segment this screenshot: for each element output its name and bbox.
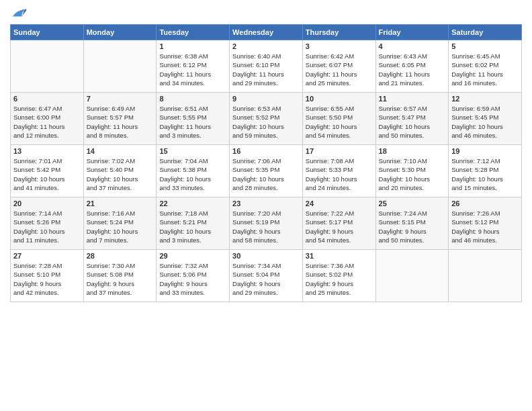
- day-info: Sunrise: 6:45 AM Sunset: 6:02 PM Dayligh…: [451, 52, 519, 87]
- day-info: Sunrise: 7:12 AM Sunset: 5:28 PM Dayligh…: [451, 156, 519, 192]
- day-info: Sunrise: 7:34 AM Sunset: 5:04 PM Dayligh…: [232, 261, 300, 297]
- weekday-header: Tuesday: [157, 25, 230, 40]
- calendar-cell: 3Sunrise: 6:42 AM Sunset: 6:07 PM Daylig…: [302, 40, 375, 93]
- day-info: Sunrise: 6:42 AM Sunset: 6:07 PM Dayligh…: [306, 52, 373, 87]
- day-number: 7: [87, 95, 154, 103]
- calendar-cell: 26Sunrise: 7:26 AM Sunset: 5:12 PM Dayli…: [449, 197, 522, 250]
- calendar-cell: 25Sunrise: 7:24 AM Sunset: 5:15 PM Dayli…: [375, 197, 449, 250]
- logo-bird-icon: [11, 7, 28, 19]
- calendar-cell: 5Sunrise: 6:45 AM Sunset: 6:02 PM Daylig…: [449, 40, 522, 93]
- day-number: 28: [87, 252, 154, 260]
- day-number: 21: [87, 199, 154, 208]
- calendar-cell: 28Sunrise: 7:30 AM Sunset: 5:08 PM Dayli…: [83, 250, 157, 302]
- day-number: 9: [232, 95, 300, 103]
- day-number: 5: [451, 42, 519, 50]
- calendar-cell: 31Sunrise: 7:36 AM Sunset: 5:02 PM Dayli…: [302, 250, 375, 302]
- weekday-header: Monday: [83, 25, 157, 40]
- day-number: 23: [232, 199, 300, 208]
- day-info: Sunrise: 7:36 AM Sunset: 5:02 PM Dayligh…: [306, 261, 373, 297]
- day-number: 13: [13, 147, 81, 155]
- day-number: 3: [306, 42, 373, 50]
- day-info: Sunrise: 7:22 AM Sunset: 5:17 PM Dayligh…: [306, 209, 373, 244]
- day-number: 25: [379, 199, 446, 208]
- day-info: Sunrise: 7:24 AM Sunset: 5:15 PM Dayligh…: [379, 209, 446, 244]
- calendar-cell: [83, 40, 157, 93]
- day-info: Sunrise: 6:55 AM Sunset: 5:50 PM Dayligh…: [306, 104, 373, 140]
- day-info: Sunrise: 6:47 AM Sunset: 6:00 PM Dayligh…: [13, 104, 81, 140]
- calendar-week-row: 6Sunrise: 6:47 AM Sunset: 6:00 PM Daylig…: [11, 93, 522, 145]
- calendar-cell: 15Sunrise: 7:04 AM Sunset: 5:38 PM Dayli…: [157, 145, 230, 197]
- calendar-cell: 19Sunrise: 7:12 AM Sunset: 5:28 PM Dayli…: [449, 145, 522, 197]
- day-number: 30: [232, 252, 300, 260]
- calendar-cell: 2Sunrise: 6:40 AM Sunset: 6:10 PM Daylig…: [230, 40, 303, 93]
- calendar-cell: 29Sunrise: 7:32 AM Sunset: 5:06 PM Dayli…: [157, 250, 230, 302]
- day-info: Sunrise: 7:20 AM Sunset: 5:19 PM Dayligh…: [232, 209, 300, 244]
- day-number: 16: [232, 147, 300, 155]
- day-number: 22: [159, 199, 226, 208]
- day-info: Sunrise: 6:51 AM Sunset: 5:55 PM Dayligh…: [159, 104, 226, 140]
- calendar-cell: 6Sunrise: 6:47 AM Sunset: 6:00 PM Daylig…: [11, 93, 84, 145]
- calendar-cell: 16Sunrise: 7:06 AM Sunset: 5:35 PM Dayli…: [230, 145, 303, 197]
- calendar-cell: 7Sunrise: 6:49 AM Sunset: 5:57 PM Daylig…: [83, 93, 157, 145]
- calendar-cell: [449, 250, 522, 302]
- logo: [10, 7, 28, 19]
- calendar-cell: 12Sunrise: 6:59 AM Sunset: 5:45 PM Dayli…: [449, 93, 522, 145]
- calendar-cell: [11, 40, 84, 93]
- day-info: Sunrise: 7:02 AM Sunset: 5:40 PM Dayligh…: [87, 156, 154, 192]
- day-info: Sunrise: 7:01 AM Sunset: 5:42 PM Dayligh…: [13, 156, 81, 192]
- day-number: 31: [306, 252, 373, 260]
- calendar-cell: 24Sunrise: 7:22 AM Sunset: 5:17 PM Dayli…: [302, 197, 375, 250]
- day-info: Sunrise: 6:57 AM Sunset: 5:47 PM Dayligh…: [379, 104, 446, 140]
- calendar-week-row: 13Sunrise: 7:01 AM Sunset: 5:42 PM Dayli…: [11, 145, 522, 197]
- calendar-cell: 13Sunrise: 7:01 AM Sunset: 5:42 PM Dayli…: [11, 145, 84, 197]
- calendar-cell: 11Sunrise: 6:57 AM Sunset: 5:47 PM Dayli…: [375, 93, 449, 145]
- calendar-week-row: 20Sunrise: 7:14 AM Sunset: 5:26 PM Dayli…: [11, 197, 522, 250]
- day-number: 6: [13, 95, 81, 103]
- day-info: Sunrise: 7:28 AM Sunset: 5:10 PM Dayligh…: [13, 261, 81, 297]
- weekday-header: Saturday: [449, 25, 522, 40]
- day-number: 26: [451, 199, 519, 208]
- day-info: Sunrise: 7:10 AM Sunset: 5:30 PM Dayligh…: [379, 156, 446, 192]
- day-number: 17: [306, 147, 373, 155]
- day-info: Sunrise: 7:18 AM Sunset: 5:21 PM Dayligh…: [159, 209, 226, 244]
- weekday-header: Thursday: [302, 25, 375, 40]
- page-header: [10, 7, 522, 19]
- calendar-week-row: 1Sunrise: 6:38 AM Sunset: 6:12 PM Daylig…: [11, 40, 522, 93]
- day-number: 14: [87, 147, 154, 155]
- calendar-cell: 14Sunrise: 7:02 AM Sunset: 5:40 PM Dayli…: [83, 145, 157, 197]
- day-number: 18: [379, 147, 446, 155]
- weekday-header: Sunday: [11, 25, 84, 40]
- weekday-header: Friday: [375, 25, 449, 40]
- calendar-cell: 20Sunrise: 7:14 AM Sunset: 5:26 PM Dayli…: [11, 197, 84, 250]
- day-number: 10: [306, 95, 373, 103]
- calendar-cell: 1Sunrise: 6:38 AM Sunset: 6:12 PM Daylig…: [157, 40, 230, 93]
- day-number: 11: [379, 95, 446, 103]
- day-number: 2: [232, 42, 300, 50]
- calendar-header-row: SundayMondayTuesdayWednesdayThursdayFrid…: [11, 25, 522, 40]
- day-number: 20: [13, 199, 81, 208]
- day-number: 4: [379, 42, 446, 50]
- calendar-cell: 17Sunrise: 7:08 AM Sunset: 5:33 PM Dayli…: [302, 145, 375, 197]
- day-info: Sunrise: 6:49 AM Sunset: 5:57 PM Dayligh…: [87, 104, 154, 140]
- calendar-table: SundayMondayTuesdayWednesdayThursdayFrid…: [10, 24, 522, 302]
- calendar-cell: 18Sunrise: 7:10 AM Sunset: 5:30 PM Dayli…: [375, 145, 449, 197]
- day-number: 15: [159, 147, 226, 155]
- calendar-cell: 21Sunrise: 7:16 AM Sunset: 5:24 PM Dayli…: [83, 197, 157, 250]
- day-info: Sunrise: 7:06 AM Sunset: 5:35 PM Dayligh…: [232, 156, 300, 192]
- day-info: Sunrise: 7:32 AM Sunset: 5:06 PM Dayligh…: [159, 261, 226, 297]
- day-info: Sunrise: 6:53 AM Sunset: 5:52 PM Dayligh…: [232, 104, 300, 140]
- calendar-cell: 8Sunrise: 6:51 AM Sunset: 5:55 PM Daylig…: [157, 93, 230, 145]
- day-number: 1: [159, 42, 226, 50]
- day-info: Sunrise: 6:59 AM Sunset: 5:45 PM Dayligh…: [451, 104, 519, 140]
- page-container: SundayMondayTuesdayWednesdayThursdayFrid…: [0, 0, 532, 309]
- day-number: 24: [306, 199, 373, 208]
- calendar-cell: 9Sunrise: 6:53 AM Sunset: 5:52 PM Daylig…: [230, 93, 303, 145]
- day-info: Sunrise: 7:16 AM Sunset: 5:24 PM Dayligh…: [87, 209, 154, 244]
- day-number: 27: [13, 252, 81, 260]
- day-info: Sunrise: 6:40 AM Sunset: 6:10 PM Dayligh…: [232, 52, 300, 87]
- day-info: Sunrise: 7:26 AM Sunset: 5:12 PM Dayligh…: [451, 209, 519, 244]
- day-info: Sunrise: 7:08 AM Sunset: 5:33 PM Dayligh…: [306, 156, 373, 192]
- day-info: Sunrise: 7:14 AM Sunset: 5:26 PM Dayligh…: [13, 209, 81, 244]
- day-info: Sunrise: 7:04 AM Sunset: 5:38 PM Dayligh…: [159, 156, 226, 192]
- calendar-cell: 27Sunrise: 7:28 AM Sunset: 5:10 PM Dayli…: [11, 250, 84, 302]
